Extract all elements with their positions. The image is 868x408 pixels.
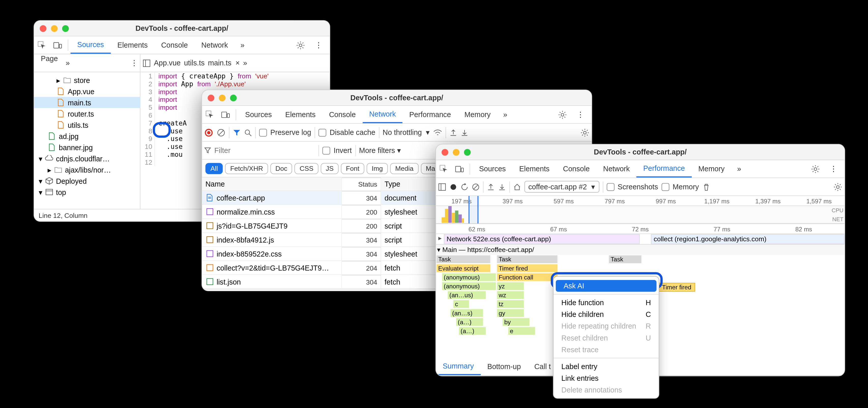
preserve-log-checkbox[interactable] <box>259 128 267 137</box>
upload-icon[interactable] <box>487 183 495 191</box>
flame-cell[interactable]: (an…s) <box>450 309 484 317</box>
titlebar[interactable]: DevTools - coffee-cart.app/ <box>202 90 591 106</box>
more-tabs-icon[interactable]: » <box>497 110 513 119</box>
col-status[interactable]: Status <box>342 177 381 191</box>
device-icon[interactable] <box>218 110 234 119</box>
close-dot[interactable] <box>442 149 448 155</box>
tree-item[interactable]: utils.ts <box>34 119 141 130</box>
inspect-icon[interactable] <box>34 41 50 50</box>
flame-cell[interactable]: by <box>502 317 530 326</box>
tab-console[interactable]: Console <box>154 36 195 54</box>
net-row-collect[interactable]: collect (region1.google-analytics.com) <box>651 234 845 244</box>
tab-bottomup[interactable]: Bottom-up <box>480 358 528 375</box>
settings-icon[interactable] <box>808 165 824 173</box>
flame-cell[interactable]: Function call <box>496 272 558 282</box>
invert-checkbox[interactable] <box>322 146 330 154</box>
code-line[interactable]: import { createApp } from 'vue' <box>155 72 269 80</box>
flame-cell[interactable]: (a…) <box>458 326 487 336</box>
home-icon[interactable] <box>513 183 521 191</box>
traffic-lights[interactable] <box>208 94 237 101</box>
close-dot[interactable] <box>40 25 46 32</box>
flame-cell[interactable]: e <box>507 326 535 336</box>
col-name[interactable]: Name <box>202 177 342 191</box>
tab-memory[interactable]: Memory <box>692 160 732 177</box>
record-icon[interactable] <box>204 128 213 137</box>
tab-memory[interactable]: Memory <box>458 106 497 123</box>
tab-network[interactable]: Network <box>363 106 403 123</box>
tab-elements[interactable]: Elements <box>111 36 154 54</box>
toggle-sidebar-icon[interactable] <box>438 183 446 191</box>
filter-chip-doc[interactable]: Doc <box>271 163 292 174</box>
flame-cell[interactable]: Task <box>436 255 491 264</box>
zoom-dot[interactable] <box>62 25 69 32</box>
editor-tab-utils[interactable]: utils.ts <box>184 59 205 67</box>
flame-timer-fired-right[interactable]: Timer fired <box>658 283 695 292</box>
filter-chip-all[interactable]: All <box>205 163 223 174</box>
main-track-header[interactable]: ▾ Main — https://coffee-cart.app/ <box>436 244 845 255</box>
net-row-css[interactable]: Network 522e.css (coffee-cart.app) <box>444 234 640 244</box>
menu-item-hide-children[interactable]: Hide childrenC <box>554 309 659 320</box>
flame-cell[interactable]: c <box>453 299 470 309</box>
inspect-icon[interactable] <box>202 110 218 119</box>
flame-cell[interactable]: tz <box>496 299 524 309</box>
filter-chip-css[interactable]: CSS <box>294 163 318 174</box>
reload-icon[interactable] <box>461 183 469 191</box>
flame-cell[interactable]: (anonymous) <box>442 272 497 282</box>
flame-cell[interactable]: (a…) <box>456 317 484 326</box>
tree-item[interactable]: ▾ Deployed <box>34 175 141 186</box>
settings-icon[interactable] <box>293 41 309 50</box>
flame-cell[interactable]: (anonymous) <box>442 282 497 291</box>
download-icon[interactable] <box>461 128 469 137</box>
filter-funnel-icon[interactable] <box>204 147 211 154</box>
menu-item-hide-function[interactable]: Hide functionH <box>554 297 659 309</box>
filter-chip-fetch/xhr[interactable]: Fetch/XHR <box>225 163 268 174</box>
flame-cell[interactable]: Timer fired <box>496 264 558 272</box>
filter-input[interactable] <box>214 146 315 154</box>
traffic-lights[interactable] <box>40 25 69 32</box>
tab-console[interactable]: Console <box>322 106 363 123</box>
tree-item[interactable]: ▸ store <box>34 75 141 86</box>
code-line[interactable]: import App from './App.vue' <box>155 80 269 88</box>
settings-icon[interactable] <box>833 182 842 191</box>
titlebar[interactable]: DevTools - coffee-cart.app/ <box>436 145 845 161</box>
close-icon[interactable]: × <box>236 59 240 67</box>
network-track[interactable]: ▸ Network 522e.css (coffee-cart.app) col… <box>436 234 845 244</box>
toggle-sidebar-icon[interactable] <box>143 59 151 67</box>
titlebar[interactable]: DevTools - coffee-cart.app/ <box>34 21 330 36</box>
device-icon[interactable] <box>50 41 66 50</box>
sidebar-tab-page[interactable]: Page <box>36 54 62 71</box>
filter-chip-font[interactable]: Font <box>341 163 364 174</box>
filter-chip-js[interactable]: JS <box>321 163 339 174</box>
download-icon[interactable] <box>498 183 506 191</box>
flame-cell[interactable]: gy <box>496 309 524 317</box>
device-icon[interactable] <box>452 165 467 173</box>
close-dot[interactable] <box>208 94 214 101</box>
minimize-dot[interactable] <box>51 25 58 32</box>
editor-tab-appvue[interactable]: App.vue <box>154 59 181 67</box>
tree-item[interactable]: App.vue <box>34 86 141 97</box>
tab-performance[interactable]: Performance <box>637 160 692 177</box>
more-tabs-icon[interactable]: » <box>235 41 250 49</box>
kebab-icon[interactable]: ⋮ <box>130 59 138 67</box>
recording-dropdown[interactable]: coffee-cart.app #2▾ <box>524 181 599 193</box>
kebab-icon[interactable]: ⋮ <box>826 165 841 173</box>
editor-tab-maints[interactable]: main.ts × <box>208 59 240 67</box>
trash-icon[interactable] <box>703 183 710 191</box>
tree-item[interactable]: ▸ ajax/libs/nor… <box>34 164 141 175</box>
clear-icon[interactable] <box>216 128 225 137</box>
screenshots-checkbox[interactable] <box>607 183 614 191</box>
menu-item-label-entry[interactable]: Label entry <box>554 361 659 372</box>
tab-performance[interactable]: Performance <box>402 106 458 123</box>
filter-chip-img[interactable]: Img <box>367 163 388 174</box>
detail-ruler[interactable]: 62 ms67 ms72 ms77 ms82 ms <box>436 224 845 234</box>
flame-cell[interactable]: Task <box>496 255 558 264</box>
tab-sources[interactable]: Sources <box>70 36 111 54</box>
search-icon[interactable] <box>244 128 252 137</box>
minimize-dot[interactable] <box>453 149 459 155</box>
disable-cache-checkbox[interactable] <box>318 128 327 137</box>
tab-elements[interactable]: Elements <box>279 106 322 123</box>
tree-item[interactable]: router.ts <box>34 108 141 119</box>
filter-icon[interactable] <box>233 128 241 137</box>
more-filters-dropdown[interactable]: More filters ▾ <box>359 146 401 154</box>
flame-cell[interactable]: yz <box>496 282 524 291</box>
